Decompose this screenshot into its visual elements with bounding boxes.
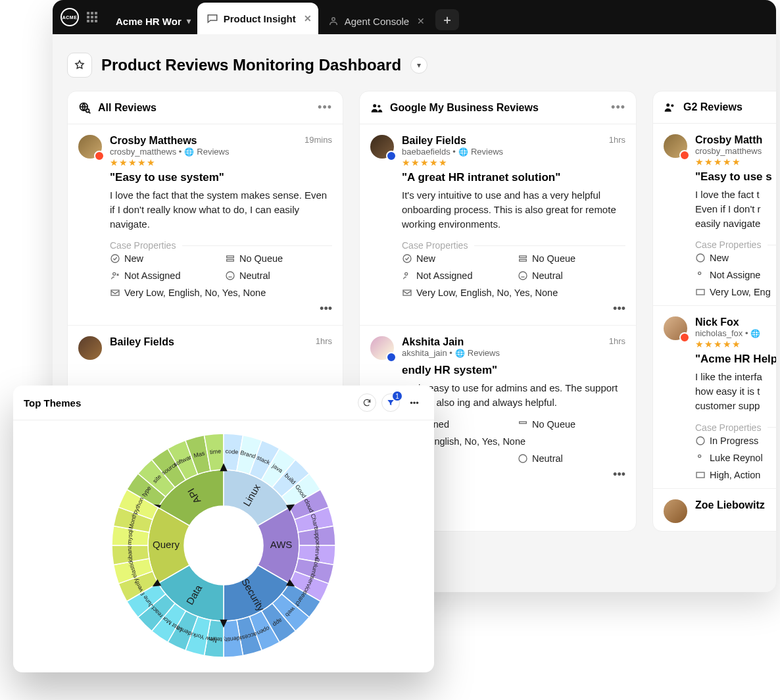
svg-rect-12 (520, 256, 527, 258)
review-time: 1hrs (316, 336, 332, 360)
review-card[interactable]: Zoe Liebowitz (653, 489, 776, 531)
avatar (664, 134, 687, 158)
svg-point-11 (403, 255, 411, 262)
svg-text:Query: Query (153, 539, 180, 550)
svg-point-22 (671, 104, 673, 107)
tab-product-insight[interactable]: Product Insight ✕ (197, 3, 318, 34)
source-badge-icon (94, 151, 105, 161)
review-title: "Acme HR Help (695, 353, 776, 366)
favorite-button[interactable] (67, 53, 92, 78)
prop-sentiment: Neutral (239, 270, 270, 281)
prop-queue: No Queue (532, 419, 575, 430)
filter-button[interactable]: 1 (381, 393, 400, 412)
review-menu[interactable]: ••• (402, 464, 625, 483)
svg-point-20 (519, 455, 527, 463)
avatar (370, 135, 394, 159)
svg-point-10 (378, 105, 380, 107)
source-label: Reviews (468, 348, 500, 358)
filter-count-badge: 1 (393, 391, 402, 401)
review-body: I love the fact that the system makes se… (110, 188, 332, 231)
source-badge-icon (679, 332, 690, 343)
assignee-icon (695, 270, 706, 280)
panel-menu[interactable]: ••• (405, 393, 424, 412)
reviewer-name: Crosby Matthews (110, 135, 297, 147)
avatar (370, 336, 394, 360)
review-title: "Easy to use s (695, 170, 776, 184)
status-icon (695, 436, 706, 446)
reviewer-handle: nicholas_fox • (695, 328, 748, 338)
review-menu[interactable]: ••• (402, 298, 625, 317)
status-icon (110, 253, 120, 264)
svg-text:time: time (210, 448, 222, 455)
sentiment-icon (518, 453, 528, 464)
svg-rect-28 (696, 472, 704, 478)
add-tab-button[interactable]: ＋ (435, 9, 459, 30)
mail-icon (402, 288, 412, 298)
queue-icon (518, 419, 528, 430)
review-body: em is easy to use for admins and es. The… (402, 381, 625, 410)
assignee-icon (110, 270, 120, 281)
prop-queue: No Queue (239, 253, 283, 264)
refresh-button[interactable] (358, 393, 376, 412)
svg-point-23 (696, 254, 704, 262)
svg-point-27 (698, 455, 701, 457)
chat-icon (207, 12, 218, 24)
review-card[interactable]: Crosby Matth crosby_matthews ★★★★★ "Easy… (653, 124, 776, 306)
app-launcher-icon[interactable] (87, 12, 97, 22)
close-icon[interactable]: ✕ (417, 16, 425, 26)
page-menu-button[interactable]: ▾ (410, 57, 427, 74)
tab-agent-console[interactable]: Agent Console ✕ (318, 8, 431, 34)
people-icon (664, 101, 677, 114)
source-label: Reviews (197, 147, 229, 157)
reviewer-name: Nick Fox (695, 316, 776, 328)
review-body: I love the fact t Even if I don't r easi… (695, 188, 776, 230)
sunburst-chart[interactable]: APItypesitesourcesoftwareMastimeLinuxcod… (13, 420, 434, 670)
globe-icon: 🌐 (455, 349, 465, 358)
sentiment-icon (225, 270, 235, 281)
column-title: G2 Reviews (683, 101, 743, 113)
svg-point-6 (113, 273, 116, 276)
case-properties-label: Case Properties (695, 239, 776, 250)
svg-text:AWS: AWS (270, 539, 293, 550)
prop-sentiment: Neutral (532, 270, 563, 281)
review-title: "A great HR intranet solution" (402, 171, 625, 184)
column-title: All Reviews (98, 102, 157, 114)
source-label: Reviews (471, 147, 503, 157)
review-body: It's very intuitive to use and has a ver… (402, 188, 625, 231)
assignee-icon (402, 270, 412, 281)
source-badge-icon (679, 150, 690, 161)
review-card[interactable]: Crosby Matthews crosby_matthews • 🌐 Revi… (68, 124, 343, 326)
reviewer-handle: baebaefields • (402, 147, 456, 157)
globe-icon: 🌐 (750, 329, 760, 338)
svg-rect-13 (520, 260, 527, 262)
prop-status: In Progress (710, 436, 758, 446)
case-properties-label: Case Properties (402, 240, 625, 251)
column-menu[interactable]: ••• (611, 101, 625, 114)
reviewer-name: Zoe Liebowitz (695, 499, 776, 511)
status-icon (695, 253, 706, 263)
review-card[interactable]: Bailey Fields 1hrs (68, 326, 343, 368)
tab-bar: ACME Acme HR Wor ▾ Product Insight ✕ Age… (53, 0, 776, 34)
prop-assignee: Not Assigned (416, 270, 472, 281)
review-menu[interactable]: ••• (110, 298, 332, 317)
column-menu[interactable]: ••• (318, 101, 332, 114)
close-icon[interactable]: ✕ (304, 13, 312, 24)
review-time: 1hrs (609, 135, 625, 167)
svg-text:mysql: mysql (126, 529, 134, 545)
queue-icon (225, 253, 235, 264)
svg-rect-4 (227, 256, 234, 258)
review-card[interactable]: Nick Fox nicholas_fox • 🌐 ★★★★★ "Acme HR… (653, 306, 776, 488)
svg-point-21 (666, 103, 670, 107)
star-rating: ★★★★★ (695, 339, 776, 349)
tab-label: Agent Console (345, 16, 409, 27)
queue-icon (518, 253, 528, 264)
prop-status: New (124, 253, 143, 264)
star-rating: ★★★★★ (402, 158, 601, 167)
reviewer-name: Bailey Fields (402, 135, 601, 147)
review-title: endly HR system" (402, 364, 625, 377)
mail-icon (110, 288, 120, 298)
workspace-dropdown[interactable]: Acme HR Wor ▾ (107, 8, 197, 34)
review-card[interactable]: Bailey Fields baebaefields • 🌐 Reviews ★… (360, 124, 636, 326)
acme-logo[interactable]: ACME (61, 8, 79, 26)
globe-search-icon (78, 101, 91, 114)
